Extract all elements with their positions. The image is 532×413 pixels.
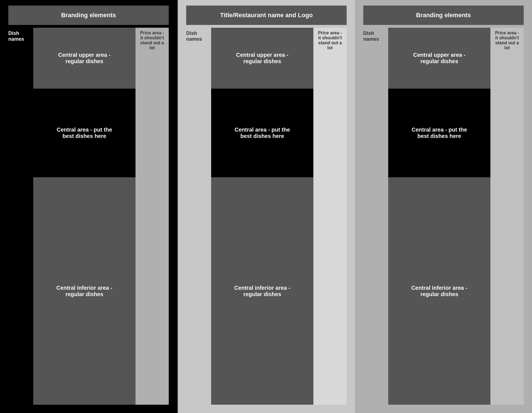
upper-area-3: Central upper area -regular dishes xyxy=(388,28,490,89)
menu-layout-2: Dish names Central upper area -regular d… xyxy=(186,28,347,405)
branding-bar-2: Title/Restaurant name and Logo xyxy=(186,6,347,25)
featured-area-2: Central area - put thebest dishes here xyxy=(211,89,313,177)
price-col-2: Price area -it shouldn'tstand out alot xyxy=(313,28,347,405)
upper-area-2: Central upper area -regular dishes xyxy=(211,28,313,89)
price-col-1: Price area -it shouldn'tstand out alot xyxy=(135,28,169,405)
featured-area-3: Central area - put thebest dishes here xyxy=(388,89,490,177)
dish-names-label-1: Dish names xyxy=(8,28,33,405)
featured-area-1: Central area - put thebest dishes here xyxy=(33,89,135,177)
panel-1: Branding elements Dish names Central upp… xyxy=(0,0,178,413)
panel-2: Title/Restaurant name and Logo Dish name… xyxy=(178,0,355,413)
central-col-3: Central upper area -regular dishes Centr… xyxy=(388,28,490,405)
lower-area-3: Central inferior area -regular dishes xyxy=(388,177,490,405)
panel-3: Branding elements Dish names Central upp… xyxy=(355,0,532,413)
price-col-3: Price area -it shouldn'tstand out alot xyxy=(490,28,524,405)
lower-area-2: Central inferior area -regular dishes xyxy=(211,177,313,405)
dish-names-label-2: Dish names xyxy=(186,28,211,405)
branding-bar-3: Branding elements xyxy=(363,6,524,25)
dish-names-label-3: Dish names xyxy=(363,28,388,405)
menu-layout-1: Dish names Central upper area -regular d… xyxy=(8,28,169,405)
central-col-1: Central upper area -regular dishes Centr… xyxy=(33,28,135,405)
central-col-2: Central upper area -regular dishes Centr… xyxy=(211,28,313,405)
branding-bar-1: Branding elements xyxy=(8,6,169,25)
upper-area-1: Central upper area -regular dishes xyxy=(33,28,135,89)
menu-layout-3: Dish names Central upper area -regular d… xyxy=(363,28,524,405)
lower-area-1: Central inferior area -regular dishes xyxy=(33,177,135,405)
